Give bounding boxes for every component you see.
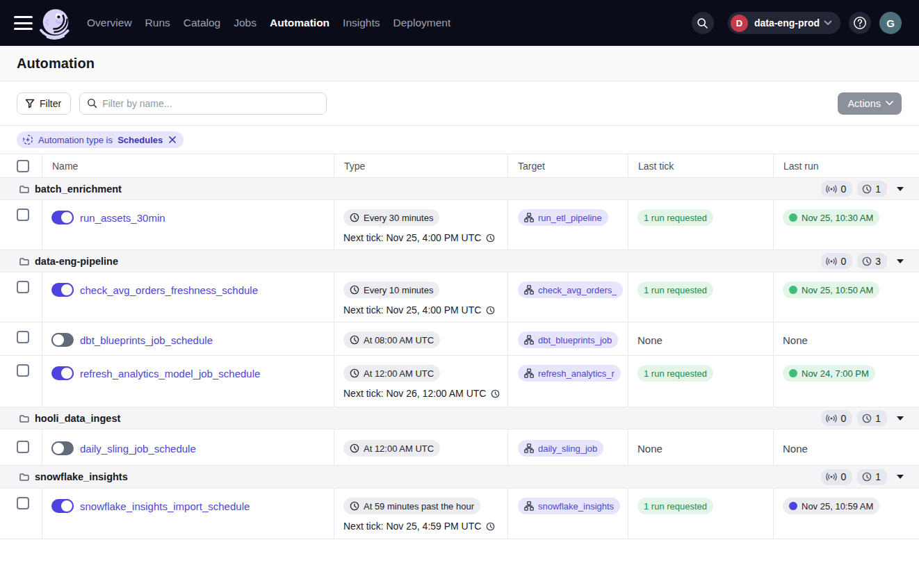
target-chip[interactable]: dbt_blueprints_job — [518, 332, 618, 348]
group-row-hooli-data-ingest[interactable]: hooli_data_ingest 0 1 — [0, 407, 919, 430]
schedule-toggle[interactable] — [51, 499, 74, 513]
collapse-group-icon[interactable] — [897, 259, 904, 263]
last-tick-chip[interactable]: 1 run requested — [637, 365, 713, 382]
schedule-count-badge: 1 — [857, 410, 887, 426]
last-run-chip[interactable]: Nov 25, 10:30 AM — [783, 209, 879, 226]
automation-name-link[interactable]: check_avg_orders_freshness_schdule — [80, 284, 258, 296]
remove-filter-icon[interactable] — [168, 136, 177, 144]
automation-row-snowflake-insights-import: snowflake_insights_import_schedule At 59… — [0, 489, 919, 539]
user-avatar[interactable]: G — [879, 12, 902, 34]
automation-row-dbt-blueprints: dbt_blueprints_job_schedule At 08:00 AM … — [0, 322, 919, 356]
row-checkbox[interactable] — [17, 364, 29, 377]
target-chip[interactable]: refresh_analytics_r — [518, 365, 621, 382]
group-name: batch_enrichment — [35, 183, 122, 195]
nav-item-catalog[interactable]: Catalog — [184, 17, 220, 29]
automation-icon — [22, 134, 33, 145]
last-tick-chip[interactable]: 1 run requested — [637, 281, 713, 298]
row-checkbox[interactable] — [17, 209, 29, 221]
clock-icon — [862, 184, 872, 194]
automation-name-link[interactable]: daily_sling_job_schedule — [80, 443, 196, 455]
sensor-icon — [826, 472, 837, 482]
dagster-logo-icon[interactable] — [41, 8, 72, 38]
active-filters-row: Automation type is Schedules — [0, 126, 919, 154]
group-name: hooli_data_ingest — [35, 413, 120, 424]
toolbar: Filter Actions — [0, 81, 919, 126]
schedule-count-badge: 3 — [857, 253, 887, 269]
target-chip[interactable]: daily_sling_job — [518, 440, 603, 457]
schedule-count-badge: 1 — [857, 181, 887, 197]
group-name: snowflake_insights — [35, 471, 128, 482]
column-header-name: Name — [42, 154, 334, 177]
group-row-data-eng-pipeline[interactable]: data-eng-pipeline 0 3 — [0, 250, 919, 272]
schedule-type-chip: At 59 minutes past the hour — [343, 498, 480, 514]
schedule-toggle[interactable] — [51, 441, 74, 455]
group-row-snowflake-insights[interactable]: snowflake_insights 0 1 — [0, 466, 919, 489]
help-icon — [853, 16, 867, 30]
group-row-batch-enrichment[interactable]: batch_enrichment 0 1 — [0, 178, 919, 200]
search-button[interactable] — [692, 12, 714, 34]
clock-icon — [862, 414, 872, 423]
last-run-chip[interactable]: Nov 25, 10:50 AM — [783, 281, 879, 298]
filter-button[interactable]: Filter — [17, 92, 71, 115]
clock-icon — [491, 389, 500, 398]
filter-by-name-input[interactable] — [102, 98, 319, 109]
sensor-icon — [826, 256, 837, 266]
column-header-last-tick: Last tick — [628, 154, 774, 177]
row-checkbox[interactable] — [17, 497, 29, 509]
collapse-group-icon[interactable] — [897, 187, 904, 191]
run-status-dot — [789, 502, 797, 510]
automation-name-link[interactable]: refresh_analytics_model_job_schedule — [80, 368, 260, 379]
help-button[interactable] — [849, 12, 871, 34]
automation-row-check-avg-orders: check_avg_orders_freshness_schdule Every… — [0, 272, 919, 322]
last-run-chip[interactable]: Nov 24, 7:00 PM — [783, 365, 875, 382]
sensor-count-badge: 0 — [821, 253, 852, 269]
last-tick-chip[interactable]: 1 run requested — [637, 209, 713, 226]
collapse-group-icon[interactable] — [897, 475, 904, 479]
target-chip[interactable]: check_avg_orders_ — [518, 281, 623, 298]
nav-item-automation[interactable]: Automation — [270, 17, 330, 29]
schedule-toggle[interactable] — [51, 211, 74, 224]
row-checkbox[interactable] — [17, 281, 29, 293]
nav-item-deployment[interactable]: Deployment — [393, 17, 451, 29]
deployment-switcher[interactable]: D data-eng-prod — [728, 12, 840, 34]
target-chip[interactable]: snowflake_insights — [518, 498, 620, 514]
folder-icon — [19, 185, 29, 193]
search-icon — [697, 17, 708, 29]
automation-name-link[interactable]: snowflake_insights_import_schedule — [80, 500, 250, 512]
column-header-type: Type — [334, 154, 508, 177]
clock-icon — [350, 213, 359, 222]
next-tick: Next tick: Nov 25, 4:00 PM UTC — [343, 303, 507, 317]
row-checkbox[interactable] — [17, 331, 29, 343]
row-checkbox[interactable] — [17, 441, 29, 453]
group-name: data-eng-pipeline — [35, 256, 118, 267]
automation-name-link[interactable]: run_assets_30min — [80, 212, 165, 224]
main-nav: Overview Runs Catalog Jobs Automation In… — [87, 17, 450, 29]
job-icon — [524, 443, 534, 453]
automation-row-daily-sling: daily_sling_job_schedule At 12:00 AM UTC… — [0, 430, 919, 466]
last-tick-none: None — [637, 443, 662, 455]
last-run-chip[interactable]: Nov 25, 10:59 AM — [783, 498, 879, 514]
last-tick-chip[interactable]: 1 run requested — [637, 498, 713, 514]
nav-item-runs[interactable]: Runs — [145, 17, 170, 29]
nav-item-overview[interactable]: Overview — [87, 17, 132, 29]
schedule-type-chip: Every 30 minutes — [343, 209, 439, 226]
select-all-checkbox[interactable] — [17, 160, 29, 172]
hamburger-menu-icon[interactable] — [14, 16, 33, 30]
last-run-none: None — [783, 334, 808, 346]
chevron-down-icon — [824, 20, 832, 26]
clock-icon — [350, 501, 359, 511]
actions-button[interactable]: Actions — [838, 92, 902, 115]
collapse-group-icon[interactable] — [897, 416, 904, 420]
target-chip[interactable]: run_etl_pipeline — [518, 209, 608, 226]
automation-type-filter-chip[interactable]: Automation type is Schedules — [17, 131, 184, 148]
schedule-toggle[interactable] — [51, 333, 74, 347]
schedule-toggle[interactable] — [51, 366, 74, 380]
schedule-toggle[interactable] — [51, 283, 74, 297]
nav-item-jobs[interactable]: Jobs — [234, 17, 257, 29]
nav-item-insights[interactable]: Insights — [343, 17, 380, 29]
run-status-dot — [789, 369, 797, 377]
next-tick: Next tick: Nov 25, 4:59 PM UTC — [343, 519, 507, 533]
column-header-target: Target — [508, 154, 628, 177]
automation-name-link[interactable]: dbt_blueprints_job_schedule — [80, 334, 213, 346]
last-run-none: None — [783, 443, 808, 455]
